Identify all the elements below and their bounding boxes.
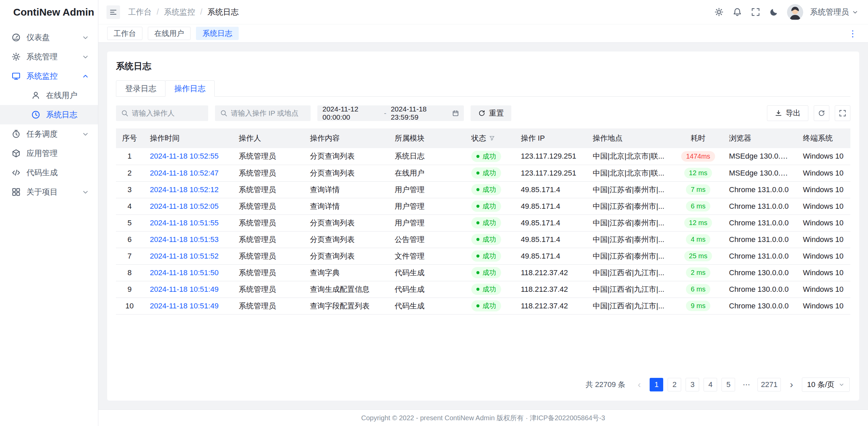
- log-time-link[interactable]: 2024-11-18 10:51:52: [150, 252, 219, 260]
- fullscreen-icon: [839, 109, 846, 117]
- sidebar-item-online-users[interactable]: 在线用户: [0, 86, 98, 105]
- settings-button[interactable]: [711, 4, 727, 20]
- dark-mode-button[interactable]: [766, 4, 782, 20]
- cell-location: 中国|江苏省|泰州市|...: [586, 248, 674, 264]
- log-time-link[interactable]: 2024-11-18 10:51:49: [150, 285, 219, 293]
- col-ip: 操作 IP: [514, 128, 586, 148]
- reset-button[interactable]: 重置: [471, 105, 511, 121]
- sidebar-item-label: 关于项目: [26, 187, 76, 197]
- cell-content: 查询详情: [303, 181, 388, 198]
- cell-status: 成功: [465, 264, 514, 281]
- next-page-button[interactable]: ›: [785, 378, 797, 391]
- collapse-menu-icon: [109, 8, 117, 16]
- refresh-table-button[interactable]: [814, 105, 829, 121]
- page-button[interactable]: 1: [650, 378, 663, 391]
- table-actions: 导出: [767, 105, 850, 121]
- cell-os: Windows 10: [796, 165, 850, 181]
- breadcrumb-item[interactable]: 工作台: [128, 7, 152, 17]
- cell-operator: 系统管理员: [232, 231, 303, 248]
- content-area: 系统日志 登录日志 操作日志 2024-11-12 00:00:: [98, 43, 868, 409]
- cell-location: 中国|江苏省|泰州市|...: [586, 231, 674, 248]
- sidebar-item-system-monitor[interactable]: 系统监控: [0, 66, 98, 86]
- cell-duration: 1474ms: [674, 148, 722, 165]
- tab-online-users[interactable]: 在线用户: [148, 27, 191, 40]
- cell-no: 9: [116, 281, 143, 298]
- sidebar-item-label: 系统监控: [26, 71, 76, 81]
- sidebar-item-system-log[interactable]: 系统日志: [0, 105, 98, 124]
- chevron-up-icon: [82, 73, 89, 80]
- sidebar-item-label: 系统管理: [26, 52, 76, 62]
- page-button[interactable]: 2: [668, 378, 681, 391]
- cell-time: 2024-11-18 10:51:53: [143, 231, 232, 248]
- log-time-link[interactable]: 2024-11-18 10:51:50: [150, 268, 219, 277]
- cell-module: 用户管理: [388, 198, 465, 215]
- operator-search-input[interactable]: [132, 109, 203, 117]
- tab-workbench[interactable]: 工作台: [107, 27, 142, 40]
- operator-search-field: [116, 105, 208, 121]
- sidebar-item-task-schedule[interactable]: 任务调度: [0, 124, 98, 144]
- status-dot-icon: [476, 188, 479, 191]
- cell-module: 在线用户: [388, 165, 465, 181]
- sidebar-item-code-generation[interactable]: 代码生成: [0, 163, 98, 182]
- sidebar-item-app-management[interactable]: 应用管理: [0, 144, 98, 163]
- search-icon: [220, 109, 228, 117]
- log-time-link[interactable]: 2024-11-18 10:52:47: [150, 169, 219, 177]
- tab-system-log[interactable]: 系统日志: [196, 27, 239, 40]
- cell-os: Windows 10: [796, 248, 850, 264]
- date-range-picker[interactable]: 2024-11-12 00:00:00 - 2024-11-18 23:59:5…: [317, 105, 464, 121]
- sidebar-collapse-button[interactable]: [106, 5, 120, 19]
- sidebar-item-dashboard[interactable]: 仪表盘: [0, 28, 98, 47]
- cell-status: 成功: [465, 215, 514, 231]
- table-row: 42024-11-18 10:52:05系统管理员查询详情用户管理成功49.85…: [116, 198, 850, 215]
- tab-operation-log[interactable]: 操作日志: [165, 80, 215, 97]
- page-button[interactable]: 5: [722, 378, 735, 391]
- pagination-total: 共 22709 条: [586, 380, 625, 390]
- clock-icon: [12, 129, 21, 139]
- status-badge: 成功: [471, 267, 501, 278]
- status-badge: 成功: [471, 201, 501, 212]
- table-fullscreen-button[interactable]: [835, 105, 850, 121]
- page-tabbar: 工作台 在线用户 系统日志 ⋮: [98, 24, 868, 43]
- download-icon: [775, 109, 782, 117]
- notifications-button[interactable]: [729, 4, 745, 20]
- filter-funnel-icon[interactable]: [489, 135, 495, 141]
- log-time-link[interactable]: 2024-11-18 10:51:49: [150, 302, 219, 310]
- app-logo: ContiNew Admin: [0, 0, 98, 24]
- log-time-link[interactable]: 2024-11-18 10:52:12: [150, 185, 219, 194]
- chevron-down-icon: [82, 53, 89, 61]
- col-status: 状态: [465, 128, 514, 148]
- cell-module: 代码生成: [388, 298, 465, 314]
- sidebar-item-about-project[interactable]: 关于项目: [0, 182, 98, 202]
- fullscreen-icon: [751, 7, 760, 17]
- sidebar-item-system-management[interactable]: 系统管理: [0, 47, 98, 66]
- filter-toolbar: 2024-11-12 00:00:00 - 2024-11-18 23:59:5…: [116, 105, 850, 121]
- log-table-header: 序号 操作时间 操作人 操作内容 所属模块 状态 操作 I: [116, 128, 850, 148]
- ip-search-input[interactable]: [231, 109, 305, 117]
- page-button[interactable]: 4: [704, 378, 717, 391]
- export-button[interactable]: 导出: [767, 105, 808, 121]
- log-time-link[interactable]: 2024-11-18 10:51:53: [150, 235, 219, 244]
- page-button[interactable]: 2271: [757, 378, 781, 391]
- status-badge: 成功: [471, 284, 501, 295]
- tab-login-log[interactable]: 登录日志: [116, 80, 165, 97]
- page-button[interactable]: 3: [686, 378, 699, 391]
- duration-badge: 2 ms: [686, 267, 710, 278]
- cell-browser: MSEdge 130.0.0.0: [722, 165, 796, 181]
- cell-browser: Chrome 130.0.0.0: [722, 298, 796, 314]
- avatar[interactable]: [787, 4, 803, 20]
- cell-os: Windows 10: [796, 215, 850, 231]
- log-time-link[interactable]: 2024-11-18 10:52:55: [150, 152, 219, 160]
- cell-ip: 49.85.171.4: [514, 248, 586, 264]
- log-time-link[interactable]: 2024-11-18 10:52:05: [150, 202, 219, 210]
- tabbar-more-icon[interactable]: ⋮: [846, 29, 859, 38]
- breadcrumb-item[interactable]: 系统监控: [164, 7, 195, 17]
- user-menu-trigger[interactable]: 系统管理员: [810, 7, 859, 17]
- cell-ip: 118.212.37.42: [514, 281, 586, 298]
- prev-page-button[interactable]: ‹: [633, 378, 645, 391]
- fullscreen-button[interactable]: [748, 4, 763, 20]
- page-size-select[interactable]: 10 条/页: [802, 378, 850, 392]
- status-dot-icon: [476, 155, 479, 158]
- log-table-body: 12024-11-18 10:52:55系统管理员分页查询列表系统日志成功123…: [116, 148, 850, 314]
- cell-no: 10: [116, 298, 143, 314]
- log-time-link[interactable]: 2024-11-18 10:51:55: [150, 219, 219, 227]
